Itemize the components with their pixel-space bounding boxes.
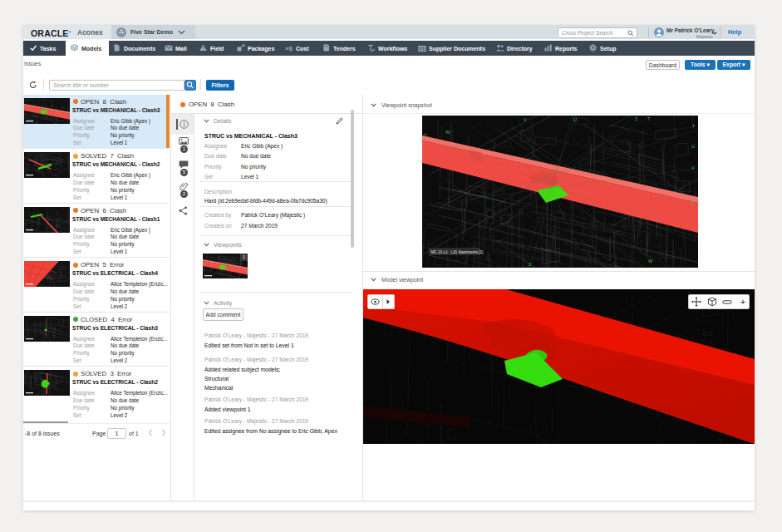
svg-text:2: 2 [529,262,531,267]
svg-text:U: U [573,117,577,122]
svg-text:MC-21-L1 : L31 Apartments [1]: MC-21-L1 : L31 Apartments [1] [431,250,484,254]
svg-text:1: 1 [692,123,695,128]
svg-text:C: C [691,200,695,205]
svg-text:»$: »$ [285,45,293,52]
svg-text:W: W [648,259,653,264]
svg-text:V: V [691,165,695,170]
svg-text:V: V [524,117,527,122]
svg-text:2: 2 [635,116,637,121]
svg-text:U: U [691,144,695,149]
svg-text:W: W [445,130,450,135]
svg-text:C: C [424,133,427,138]
